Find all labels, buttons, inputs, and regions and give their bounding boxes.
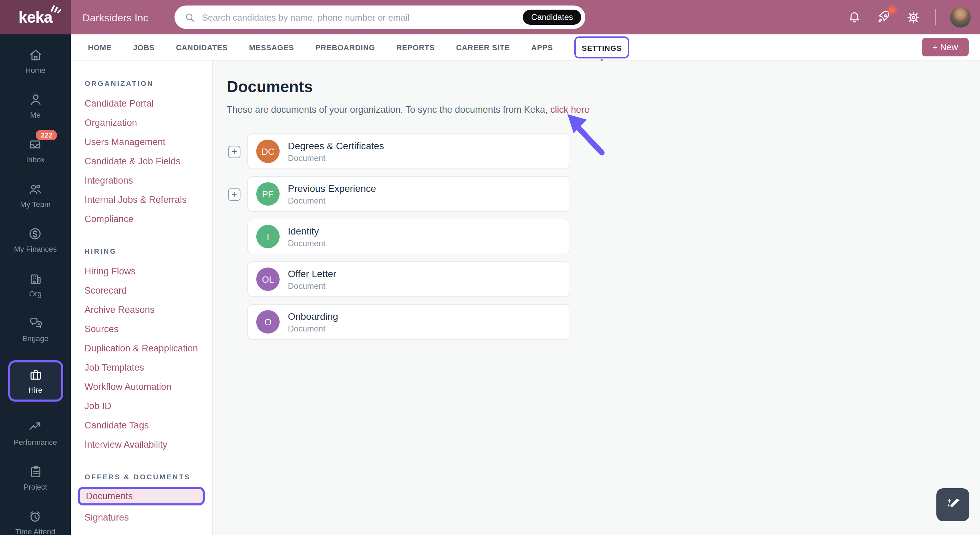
building-icon bbox=[28, 271, 43, 286]
sidebar-item-time-attend[interactable]: Time Attend bbox=[16, 509, 56, 535]
tab-settings-highlight: SETTINGS bbox=[574, 36, 629, 58]
expand-plus-button[interactable]: + bbox=[228, 146, 240, 158]
person-icon bbox=[28, 92, 43, 107]
expand-plus-button[interactable]: + bbox=[228, 188, 240, 201]
menu-item-scorecard[interactable]: Scorecard bbox=[84, 281, 212, 300]
settings-menu: ORGANIZATION Candidate Portal Organizati… bbox=[71, 61, 213, 535]
sidebar-item-org[interactable]: Org bbox=[28, 271, 43, 298]
menu-item-candidate-portal[interactable]: Candidate Portal bbox=[84, 94, 212, 113]
search-input[interactable] bbox=[202, 12, 523, 22]
document-name: Previous Experience bbox=[288, 182, 376, 193]
document-card-degrees-certificates[interactable]: + DC Degrees & Certificates Document bbox=[247, 133, 570, 169]
document-type: Document bbox=[288, 324, 338, 333]
sidebar-item-my-finances[interactable]: My Finances bbox=[14, 226, 57, 253]
keka-logo-text: keka bbox=[19, 8, 52, 26]
document-card-identity[interactable]: I Identity Document bbox=[247, 219, 570, 254]
document-avatar: I bbox=[256, 225, 280, 248]
top-bar: keka Darksiders Inc Candidates bbox=[0, 0, 980, 34]
document-avatar: DC bbox=[256, 140, 280, 163]
people-icon bbox=[28, 182, 43, 196]
document-name: Offer Letter bbox=[288, 268, 336, 279]
announcements-rocket-icon[interactable] bbox=[876, 9, 891, 25]
user-avatar[interactable] bbox=[950, 7, 970, 27]
menu-item-job-templates[interactable]: Job Templates bbox=[84, 358, 212, 377]
sidebar-item-me[interactable]: Me bbox=[28, 92, 43, 119]
tab-candidates[interactable]: CANDIDATES bbox=[176, 43, 228, 51]
section-title-organization: ORGANIZATION bbox=[84, 79, 212, 87]
document-type: Document bbox=[288, 281, 336, 291]
tab-jobs[interactable]: JOBS bbox=[133, 43, 154, 51]
menu-item-documents[interactable]: Documents bbox=[78, 487, 205, 505]
menu-item-workflow-automation[interactable]: Workflow Automation bbox=[84, 377, 212, 396]
document-avatar: O bbox=[256, 310, 280, 334]
keka-logo[interactable]: keka bbox=[0, 0, 71, 34]
sidebar-item-engage[interactable]: Engage bbox=[22, 316, 48, 342]
tab-messages[interactable]: MESSAGES bbox=[249, 43, 294, 51]
candidate-search-bar[interactable]: Candidates bbox=[175, 5, 585, 29]
clipboard-icon bbox=[28, 464, 43, 479]
tab-settings[interactable]: SETTINGS bbox=[582, 44, 622, 52]
tab-career-site[interactable]: CAREER SITE bbox=[456, 43, 510, 51]
notifications-bell-icon[interactable] bbox=[847, 10, 861, 24]
menu-item-candidate-job-fields[interactable]: Candidate & Job Fields bbox=[84, 151, 212, 171]
section-title-offers-documents: OFFERS & DOCUMENTS bbox=[84, 473, 212, 481]
document-type: Document bbox=[288, 196, 376, 205]
module-sidebar: Home Me 222 Inbox My Team bbox=[0, 34, 71, 535]
tab-home[interactable]: HOME bbox=[88, 43, 111, 51]
document-type: Document bbox=[288, 238, 325, 248]
new-button[interactable]: + New bbox=[922, 38, 968, 56]
sidebar-item-inbox[interactable]: 222 Inbox bbox=[26, 137, 45, 164]
settings-gear-icon[interactable] bbox=[906, 10, 920, 24]
chat-heart-icon bbox=[28, 316, 43, 331]
inbox-count-badge: 222 bbox=[36, 130, 57, 140]
logo-spark-icon bbox=[50, 2, 61, 13]
sidebar-item-project[interactable]: Project bbox=[24, 464, 48, 491]
document-name: Onboarding bbox=[288, 310, 338, 321]
magic-wand-button[interactable] bbox=[936, 488, 969, 521]
document-name: Degrees & Certificates bbox=[288, 140, 384, 151]
document-card-onboarding[interactable]: O Onboarding Document bbox=[247, 304, 570, 340]
sidebar-item-home[interactable]: Home bbox=[25, 48, 46, 74]
company-name: Darksiders Inc bbox=[83, 11, 148, 23]
document-card-offer-letter[interactable]: OL Offer Letter Document bbox=[247, 261, 570, 297]
dollar-coin-icon bbox=[28, 226, 43, 241]
menu-item-candidate-tags[interactable]: Candidate Tags bbox=[84, 415, 212, 434]
menu-item-internal-jobs-referrals[interactable]: Internal Jobs & Referrals bbox=[84, 190, 212, 209]
search-scope-chip[interactable]: Candidates bbox=[523, 10, 581, 25]
section-title-hiring: HIRING bbox=[84, 247, 212, 255]
document-avatar: OL bbox=[256, 267, 280, 291]
magic-wand-icon bbox=[943, 496, 961, 514]
notification-dot bbox=[889, 6, 895, 13]
topbar-divider bbox=[935, 9, 935, 26]
menu-item-sources[interactable]: Sources bbox=[84, 319, 212, 339]
page-title: Documents bbox=[227, 78, 980, 96]
sidebar-item-performance[interactable]: Performance bbox=[14, 420, 57, 446]
alarm-clock-icon bbox=[28, 509, 43, 524]
sidebar-item-my-team[interactable]: My Team bbox=[20, 182, 51, 208]
menu-item-signatures[interactable]: Signatures bbox=[84, 508, 212, 527]
tab-reports[interactable]: REPORTS bbox=[396, 43, 435, 51]
document-card-previous-experience[interactable]: + PE Previous Experience Document bbox=[247, 176, 570, 212]
menu-item-interview-availability[interactable]: Interview Availability bbox=[84, 434, 212, 454]
document-name: Identity bbox=[288, 225, 325, 236]
search-icon bbox=[184, 11, 196, 23]
menu-item-hiring-flows[interactable]: Hiring Flows bbox=[84, 261, 212, 281]
tab-preboarding[interactable]: PREBOARDING bbox=[315, 43, 375, 51]
tab-apps[interactable]: APPS bbox=[531, 43, 553, 51]
menu-item-compliance[interactable]: Compliance bbox=[84, 209, 212, 228]
sidebar-item-hire[interactable]: Hire bbox=[8, 360, 63, 402]
menu-item-users-management[interactable]: Users Management bbox=[84, 132, 212, 151]
app-window: keka Darksiders Inc Candidates bbox=[0, 0, 980, 535]
menu-item-archive-reasons[interactable]: Archive Reasons bbox=[84, 300, 212, 319]
hire-nav-tabs: HOME JOBS CANDIDATES MESSAGES PREBOARDIN… bbox=[71, 34, 980, 61]
document-type: Document bbox=[288, 153, 384, 163]
briefcase-icon bbox=[28, 367, 43, 382]
documents-panel: Documents These are documents of your or… bbox=[213, 61, 980, 535]
document-avatar: PE bbox=[256, 182, 280, 206]
annotation-arrow bbox=[562, 110, 617, 158]
menu-item-integrations[interactable]: Integrations bbox=[84, 171, 212, 190]
menu-item-job-id[interactable]: Job ID bbox=[84, 396, 212, 415]
menu-item-organization[interactable]: Organization bbox=[84, 113, 212, 132]
home-icon bbox=[28, 48, 43, 62]
menu-item-duplication-reapplication[interactable]: Duplication & Reapplication bbox=[84, 339, 212, 358]
